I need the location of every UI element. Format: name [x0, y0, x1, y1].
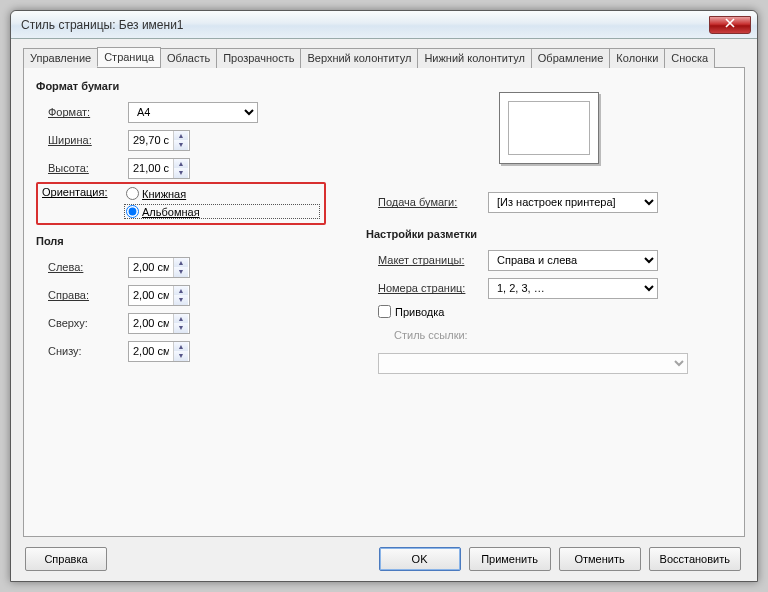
width-input[interactable] [129, 131, 173, 150]
orientation-landscape-label: Альбомная [142, 206, 200, 218]
page-layout-select[interactable]: Справа и слева [488, 250, 658, 271]
dialog-content: Управление Страница Область Прозрачность… [11, 39, 757, 581]
paper-format-header: Формат бумаги [36, 80, 326, 92]
margin-left-spinner[interactable]: ▲▼ [128, 257, 190, 278]
reference-style-label: Стиль ссылки: [394, 329, 468, 341]
layout-settings-header: Настройки разметки [366, 228, 732, 240]
orientation-portrait[interactable]: Книжная [124, 186, 320, 201]
page-numbers-select[interactable]: 1, 2, 3, … [488, 278, 658, 299]
reference-style-row: Стиль ссылки: [394, 324, 732, 346]
page-numbers-label: Номера страниц: [378, 282, 488, 294]
margin-bottom-input[interactable] [129, 342, 173, 361]
orientation-portrait-label: Книжная [142, 188, 186, 200]
register-true-row: Приводка [378, 305, 732, 318]
preview-page-icon [499, 92, 599, 164]
margin-left-row: Слева: ▲▼ [48, 256, 326, 278]
margin-left-input[interactable] [129, 258, 173, 277]
height-spin-buttons[interactable]: ▲▼ [173, 159, 188, 178]
left-column: Формат бумаги Формат: A4 Ширина: ▲▼ Высо… [36, 78, 326, 526]
width-label: Ширина: [48, 134, 128, 146]
reference-style-select [378, 353, 688, 374]
margin-left-label: Слева: [48, 261, 128, 273]
paper-tray-row: Подача бумаги: [Из настроек принтера] [378, 191, 732, 213]
format-label: Формат: [48, 106, 128, 118]
cancel-button[interactable]: Отменить [559, 547, 641, 571]
margin-right-label: Справа: [48, 289, 128, 301]
page-preview [464, 78, 634, 178]
margin-top-spinner[interactable]: ▲▼ [128, 313, 190, 334]
tab-page[interactable]: Страница [97, 47, 161, 67]
tab-transparency[interactable]: Прозрачность [216, 48, 301, 68]
margin-right-row: Справа: ▲▼ [48, 284, 326, 306]
orientation-highlighted: Ориентация: Книжная Альбомная [36, 182, 326, 225]
margin-top-row: Сверху: ▲▼ [48, 312, 326, 334]
page-numbers-row: Номера страниц: 1, 2, 3, … [378, 277, 732, 299]
height-spinner[interactable]: ▲▼ [128, 158, 190, 179]
height-label: Высота: [48, 162, 128, 174]
paper-tray-label: Подача бумаги: [378, 196, 488, 208]
paper-tray-select[interactable]: [Из настроек принтера] [488, 192, 658, 213]
orientation-label: Ориентация: [42, 186, 124, 198]
width-row: Ширина: ▲▼ [48, 129, 326, 151]
tab-management[interactable]: Управление [23, 48, 98, 68]
titlebar: Стиль страницы: Без имени1 [11, 11, 757, 39]
width-spinner[interactable]: ▲▼ [128, 130, 190, 151]
register-true-label: Приводка [395, 306, 444, 318]
tab-area[interactable]: Область [160, 48, 217, 68]
page-layout-row: Макет страницы: Справа и слева [378, 249, 732, 271]
margins-header: Поля [36, 235, 326, 247]
right-column: Подача бумаги: [Из настроек принтера] На… [366, 78, 732, 526]
margin-bottom-label: Снизу: [48, 345, 128, 357]
format-select[interactable]: A4 [128, 102, 258, 123]
apply-button[interactable]: Применить [469, 547, 551, 571]
close-button[interactable] [709, 16, 751, 34]
page-layout-label: Макет страницы: [378, 254, 488, 266]
orientation-landscape[interactable]: Альбомная [124, 204, 320, 219]
register-true-checkbox[interactable] [378, 305, 391, 318]
reference-style-select-row [378, 352, 732, 374]
height-row: Высота: ▲▼ [48, 157, 326, 179]
margin-bottom-spinner[interactable]: ▲▼ [128, 341, 190, 362]
help-button[interactable]: Справка [25, 547, 107, 571]
reset-button[interactable]: Восстановить [649, 547, 741, 571]
button-row: Справка OK Применить Отменить Восстанови… [23, 537, 745, 571]
window-title: Стиль страницы: Без имени1 [17, 18, 184, 32]
tab-strip: Управление Страница Область Прозрачность… [23, 47, 745, 68]
height-input[interactable] [129, 159, 173, 178]
margin-top-input[interactable] [129, 314, 173, 333]
tab-footer[interactable]: Нижний колонтитул [417, 48, 531, 68]
tab-footnote[interactable]: Сноска [664, 48, 715, 68]
tab-columns[interactable]: Колонки [609, 48, 665, 68]
margin-right-input[interactable] [129, 286, 173, 305]
radio-landscape[interactable] [126, 205, 139, 218]
margin-bottom-row: Снизу: ▲▼ [48, 340, 326, 362]
tab-header[interactable]: Верхний колонтитул [300, 48, 418, 68]
tab-borders[interactable]: Обрамление [531, 48, 611, 68]
format-row: Формат: A4 [48, 101, 326, 123]
dialog-window: Стиль страницы: Без имени1 Управление Ст… [10, 10, 758, 582]
ok-button[interactable]: OK [379, 547, 461, 571]
width-spin-buttons[interactable]: ▲▼ [173, 131, 188, 150]
page-panel: Формат бумаги Формат: A4 Ширина: ▲▼ Высо… [23, 68, 745, 537]
margin-top-label: Сверху: [48, 317, 128, 329]
radio-portrait[interactable] [126, 187, 139, 200]
margin-right-spinner[interactable]: ▲▼ [128, 285, 190, 306]
